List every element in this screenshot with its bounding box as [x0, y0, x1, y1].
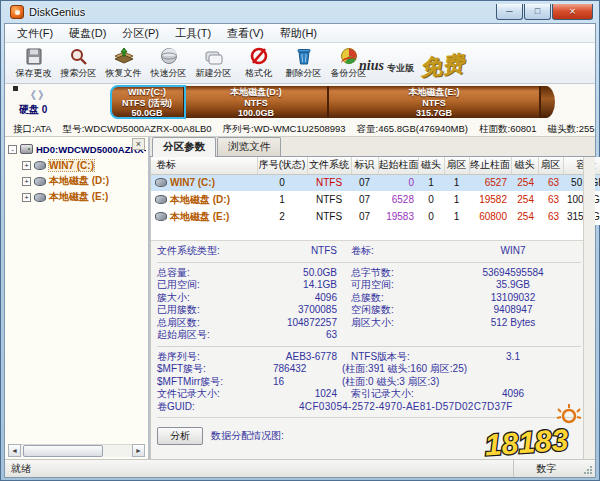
divider: [157, 417, 581, 418]
menu-bar: 文件(F) 硬盘(D) 分区(P) 工具(T) 查看(V) 帮助(H): [5, 24, 595, 43]
disk-info-line: 接口:ATA 型号:WDCWD5000AZRX-00A8LB0 序列号:WD-W…: [11, 119, 595, 136]
save-icon: [23, 46, 44, 66]
hard-disk-icon: [20, 144, 33, 154]
status-num-lock: 数字: [513, 460, 579, 477]
menu-view[interactable]: 查看(V): [219, 24, 272, 43]
status-ready: 就绪: [5, 460, 513, 477]
close-button[interactable]: ×: [552, 4, 593, 20]
detail-row: 总容量:50.0GB 总字节数:53694595584: [157, 267, 581, 280]
tree-node-partition-d[interactable]: + 本地磁盘 (D:): [8, 173, 146, 189]
disk-tree-panel: × - HD0:WDCWD5000AZRX-00A8LB0 + WIN7 (C:…: [5, 137, 150, 459]
minimize-button[interactable]: ─: [496, 4, 523, 20]
new-partition-button[interactable]: 新建分区: [191, 45, 236, 80]
scroll-left-arrow[interactable]: ◄: [8, 444, 21, 457]
window-title: DiskGenius: [29, 6, 85, 18]
tree-close-button[interactable]: ×: [132, 138, 145, 150]
detail-row: 总扇区数:104872257 扇区大小:512 Bytes: [157, 317, 581, 330]
detail-row: 起始扇区号:63: [157, 329, 581, 342]
partition-segment-d[interactable]: 本地磁盘(D:) NTFS 100.0GB: [185, 86, 329, 118]
recover-files-button[interactable]: 恢复文件: [101, 45, 146, 80]
panel-handle: [13, 86, 18, 91]
watermark-swoosh: [340, 55, 358, 68]
menu-help[interactable]: 帮助(H): [272, 24, 325, 43]
scroll-right-arrow[interactable]: ►: [132, 444, 145, 457]
collapse-icon[interactable]: -: [8, 145, 17, 154]
title-bar: DiskGenius ─ □ ×: [4, 1, 596, 23]
tab-partition-parameters[interactable]: 分区参数: [152, 137, 216, 157]
search-icon: [68, 46, 89, 66]
app-icon: [10, 5, 24, 19]
save-changes-button[interactable]: 保存更改: [11, 45, 56, 80]
partition-icon: [34, 177, 46, 186]
format-icon: [248, 46, 269, 66]
prev-disk-arrow[interactable]: 《: [25, 89, 38, 101]
pro-edition-watermark: nius 专业版 免费: [341, 51, 464, 81]
partition-icon: [34, 193, 46, 202]
detail-row-records: 文件记录大小:1024 索引记录大小:4096: [157, 388, 581, 401]
expand-icon[interactable]: +: [22, 193, 31, 202]
partition-icon: [155, 178, 167, 187]
divider: [157, 262, 581, 263]
quick-partition-icon: [158, 46, 179, 66]
expand-icon[interactable]: +: [22, 177, 31, 186]
tree-node-disk0[interactable]: - HD0:WDCWD5000AZRX-00A8LB0: [8, 141, 146, 157]
diskgenius-window: DiskGenius ─ □ × 文件(F) 硬盘(D) 分区(P) 工具(T)…: [0, 0, 600, 481]
toolbar: 保存更改 搜索分区 恢复文件 快速分区: [5, 43, 595, 84]
tree-node-partition-e[interactable]: + 本地磁盘 (E:): [8, 189, 146, 205]
detail-row: 文件系统类型:NTFS 卷标:WIN7: [157, 245, 581, 258]
partition-icon: [155, 212, 167, 221]
vertical-scrollbar[interactable]: [583, 157, 595, 459]
expand-icon[interactable]: +: [22, 161, 31, 170]
tab-strip: 分区参数 浏览文件: [150, 137, 595, 157]
maximize-button[interactable]: □: [524, 4, 551, 20]
divider: [157, 346, 581, 347]
partition-icon: [155, 195, 167, 204]
allocation-map-caption: 数据分配情况图:: [211, 429, 284, 443]
detail-row-mftmirr: $MFTMirr簇号:16 (柱面:0 磁头:3 扇区:3): [157, 376, 581, 389]
delete-partition-button[interactable]: 删除分区: [281, 45, 326, 80]
next-disk-arrow[interactable]: 》: [38, 89, 51, 101]
detail-row: 已用簇数:3700085 空闲簇数:9408947: [157, 304, 581, 317]
format-button[interactable]: 格式化: [236, 45, 281, 80]
detail-row-guid: 卷GUID: 4CF03054-2572-4970-AE81-D57D02C7D…: [157, 401, 581, 414]
tab-browse-files[interactable]: 浏览文件: [217, 137, 281, 156]
disk-overview-panel: 《》 硬盘 0 WIN7(C:) NTFS (活动) 50.0GB 本地磁盘(D…: [5, 84, 595, 137]
table-row-diske[interactable]: 本地磁盘 (E:) 2 NTFS 07 19583 0 1 60800 254 …: [151, 208, 600, 225]
partition-segment-e[interactable]: 本地磁盘(E:) NTFS 315.7GB: [329, 86, 541, 118]
table-empty-space: [151, 225, 583, 241]
table-row-win7c[interactable]: WIN7 (C:) 0 NTFS 07 0 1 1 6527 254 63 50: [151, 174, 600, 191]
cylinder-end-cap: [541, 86, 555, 118]
partition-details: 文件系统类型:NTFS 卷标:WIN7 总容量:50.0GB 总字节数:5369…: [151, 241, 583, 445]
menu-tools[interactable]: 工具(T): [167, 24, 219, 43]
tree-horizontal-scrollbar[interactable]: ◄ ►: [8, 443, 145, 457]
partition-table: 卷标 序号(状态) 文件系统 标识 起始柱面 磁头 扇区 终止柱面 磁头 扇区: [151, 157, 600, 225]
scrollbar-track[interactable]: [21, 444, 132, 457]
partition-segment-c[interactable]: WIN7(C:) NTFS (活动) 50.0GB: [111, 86, 185, 118]
recover-files-icon: [113, 46, 134, 66]
disk-nav-arrows[interactable]: 《》: [25, 88, 51, 103]
partition-bar: WIN7(C:) NTFS (活动) 50.0GB 本地磁盘(D:) NTFS …: [111, 86, 559, 118]
detail-row: 簇大小:4096 总簇数:13109032: [157, 292, 581, 305]
detail-row-mft: $MFT簇号:786432 (柱面:391 磁头:160 扇区:25): [157, 363, 581, 376]
disk-label: 硬盘 0: [19, 103, 47, 117]
menu-disk[interactable]: 硬盘(D): [61, 24, 114, 43]
menu-partition[interactable]: 分区(P): [114, 24, 167, 43]
new-partition-icon: [203, 46, 224, 66]
quick-partition-button[interactable]: 快速分区: [146, 45, 191, 80]
tree-node-partition-c[interactable]: + WIN7 (C:): [8, 157, 146, 173]
resize-grip[interactable]: [579, 460, 595, 477]
status-bar: 就绪 数字: [5, 459, 595, 477]
search-partition-button[interactable]: 搜索分区: [56, 45, 101, 80]
analyze-button[interactable]: 分析: [157, 427, 203, 445]
menu-file[interactable]: 文件(F): [9, 24, 61, 43]
table-header-row: 卷标 序号(状态) 文件系统 标识 起始柱面 磁头 扇区 终止柱面 磁头 扇区: [151, 157, 600, 174]
table-row-diskd[interactable]: 本地磁盘 (D:) 1 NTFS 07 6528 0 1 19582 254 6…: [151, 191, 600, 208]
scrollbar-thumb[interactable]: [23, 445, 103, 457]
detail-row: 已用空间:14.1GB 可用空间:35.9GB: [157, 279, 581, 292]
partition-icon: [34, 161, 46, 170]
trash-icon: [293, 46, 314, 66]
detail-row-serial: 卷序列号:AEB3-6778 NTFS版本号:3.1: [157, 351, 581, 364]
